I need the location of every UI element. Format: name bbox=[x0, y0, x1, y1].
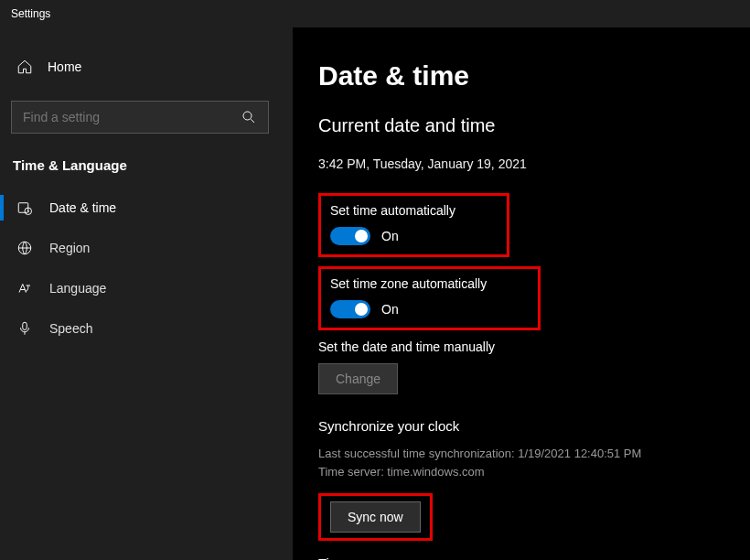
set-time-auto-label: Set time automatically bbox=[330, 203, 455, 218]
svg-line-1 bbox=[251, 119, 254, 123]
sync-title: Synchronize your clock bbox=[318, 418, 724, 434]
sidebar-home[interactable]: Home bbox=[0, 49, 280, 84]
sidebar-item-speech[interactable]: Speech bbox=[0, 308, 280, 349]
svg-point-0 bbox=[243, 112, 252, 120]
sync-info: Last successful time synchronization: 1/… bbox=[318, 445, 724, 480]
current-datetime: 3:42 PM, Tuesday, January 19, 2021 bbox=[318, 156, 724, 171]
language-icon bbox=[16, 280, 33, 296]
sidebar-item-language[interactable]: Language bbox=[0, 268, 280, 308]
search-icon bbox=[241, 109, 257, 125]
timezone-label: Time zone bbox=[318, 555, 724, 560]
sync-now-button[interactable]: Sync now bbox=[330, 501, 421, 533]
page-heading: Date & time bbox=[318, 60, 724, 92]
svg-rect-5 bbox=[23, 322, 27, 329]
sidebar-category: Time & Language bbox=[0, 134, 280, 188]
home-icon bbox=[16, 59, 33, 75]
sync-server: Time server: time.windows.com bbox=[318, 463, 724, 481]
search-input[interactable] bbox=[23, 110, 241, 124]
highlight-set-time-auto: Set time automatically On bbox=[318, 193, 509, 257]
calendar-clock-icon bbox=[16, 199, 33, 216]
sidebar: Home Time & Language Date & time Region bbox=[0, 27, 293, 560]
sidebar-item-label: Region bbox=[49, 241, 90, 255]
highlight-set-tz-auto: Set time zone automatically On bbox=[318, 266, 541, 330]
window-title: Settings bbox=[0, 0, 750, 27]
content-pane: Date & time Current date and time 3:42 P… bbox=[293, 27, 750, 560]
sidebar-item-date-time[interactable]: Date & time bbox=[0, 188, 280, 228]
highlight-sync-now: Sync now bbox=[318, 493, 433, 541]
set-tz-auto-toggle[interactable] bbox=[330, 300, 370, 318]
sidebar-item-label: Date & time bbox=[49, 200, 116, 215]
search-box[interactable] bbox=[11, 101, 269, 134]
sidebar-item-label: Language bbox=[49, 281, 106, 296]
globe-icon bbox=[16, 240, 33, 256]
sidebar-home-label: Home bbox=[48, 59, 81, 74]
section-subheading: Current date and time bbox=[318, 115, 724, 136]
set-tz-auto-state: On bbox=[381, 302, 399, 317]
sidebar-item-region[interactable]: Region bbox=[0, 228, 280, 268]
microphone-icon bbox=[16, 320, 33, 337]
sync-last: Last successful time synchronization: 1/… bbox=[318, 445, 724, 463]
set-time-auto-toggle[interactable] bbox=[330, 227, 370, 245]
set-time-auto-state: On bbox=[381, 229, 399, 243]
change-button[interactable]: Change bbox=[318, 363, 398, 394]
set-tz-auto-label: Set time zone automatically bbox=[330, 276, 487, 291]
manual-label: Set the date and time manually bbox=[318, 339, 724, 354]
sidebar-item-label: Speech bbox=[49, 321, 92, 336]
